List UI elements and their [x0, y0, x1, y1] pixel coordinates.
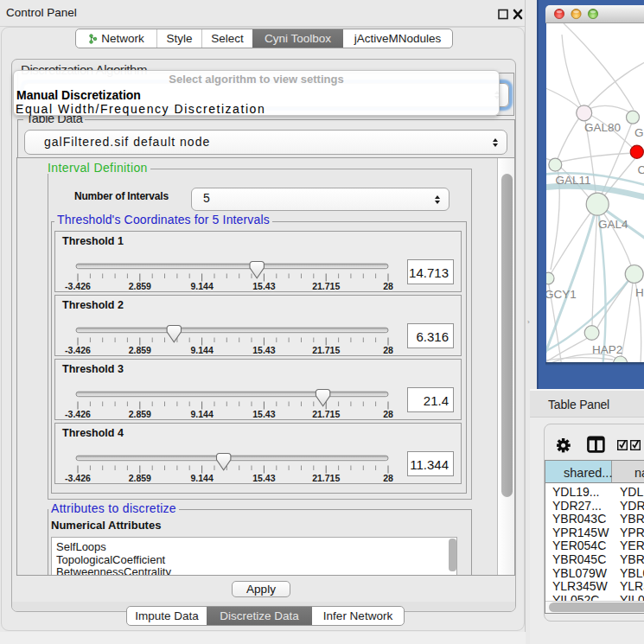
svg-text:GAL4: GAL4 [598, 218, 628, 231]
svg-text:-3.426: -3.426 [65, 473, 91, 483]
svg-text:28: 28 [383, 473, 393, 483]
svg-text:C: C [638, 163, 644, 176]
svg-text:HAP2: HAP2 [592, 343, 622, 356]
svg-text:15.43: 15.43 [252, 409, 275, 419]
svg-text:-3.426: -3.426 [65, 409, 91, 419]
svg-text:9.144: 9.144 [190, 345, 213, 355]
svg-text:21.715: 21.715 [312, 281, 340, 291]
svg-text:-3.426: -3.426 [65, 281, 91, 291]
svg-text:15.43: 15.43 [252, 473, 275, 483]
svg-text:28: 28 [383, 409, 393, 419]
svg-text:21.715: 21.715 [312, 473, 340, 483]
svg-text:9.144: 9.144 [190, 281, 213, 291]
svg-text:2.859: 2.859 [129, 345, 151, 355]
svg-text:9.144: 9.144 [190, 473, 213, 483]
svg-text:2.859: 2.859 [129, 409, 151, 419]
svg-text:15.43: 15.43 [252, 281, 275, 291]
svg-text:GAL80: GAL80 [584, 121, 621, 134]
svg-text:GAL11: GAL11 [556, 174, 591, 187]
svg-text:21.715: 21.715 [312, 409, 340, 419]
svg-text:15.43: 15.43 [252, 345, 275, 355]
svg-text:28: 28 [383, 281, 393, 291]
svg-text:GCY1: GCY1 [546, 288, 577, 301]
svg-text:9.144: 9.144 [190, 409, 213, 419]
svg-text:2.859: 2.859 [129, 473, 151, 483]
svg-text:H: H [635, 286, 644, 299]
svg-text:G.: G. [634, 126, 644, 139]
svg-text:-3.426: -3.426 [65, 345, 91, 355]
svg-text:28: 28 [383, 345, 393, 355]
svg-text:21.715: 21.715 [312, 345, 340, 355]
svg-text:2.859: 2.859 [129, 281, 151, 291]
